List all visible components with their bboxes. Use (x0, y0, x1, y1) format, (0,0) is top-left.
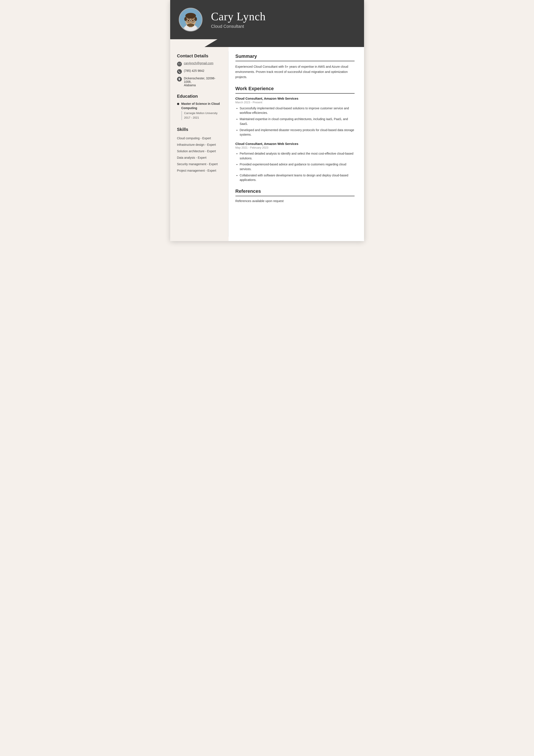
skill-item: Infrastructure design - Expert (177, 142, 222, 148)
education-item: Master of Science in Cloud Computing Car… (177, 102, 222, 120)
header-title: Cloud Consultant (211, 24, 266, 29)
contact-title: Contact Details (177, 53, 222, 58)
address-text: Dickenschester, 32098-1008, Alabama (184, 76, 222, 87)
skills-section: Skills Cloud computing - ExpertInfrastru… (177, 127, 222, 174)
contact-section: Contact Details carylynch@gmail.com (785… (177, 53, 222, 87)
location-item: Dickenschester, 32098-1008, Alabama (177, 76, 222, 87)
job-item-0: Cloud Consultant, Amazon Web ServicesMar… (236, 96, 355, 137)
references-text: References available upon request (236, 199, 355, 203)
phone-item: (785) 425 9842 (177, 69, 222, 74)
job-bullet-1-1: Provided experienced-based advice and gu… (240, 162, 355, 172)
references-section: References References available upon req… (236, 188, 355, 203)
skill-item: Security management - Expert (177, 161, 222, 167)
references-title: References (236, 188, 355, 196)
skills-title: Skills (177, 127, 222, 132)
svg-point-17 (192, 20, 193, 21)
svg-point-20 (179, 78, 180, 79)
resume-container: Cary Lynch Cloud Consultant Contact Deta… (170, 0, 364, 241)
skill-item: Solution architecture - Expert (177, 148, 222, 154)
summary-section: Summary Experienced Cloud Consultant wit… (236, 53, 355, 80)
job-bullet-0-2: Developed and implemented disaster recov… (240, 128, 355, 137)
header-info: Cary Lynch Cloud Consultant (211, 10, 266, 29)
job-title-1: Cloud Consultant, Amazon Web Services (236, 142, 355, 146)
job-bullet-0-1: Maintained expertise in cloud computing … (240, 117, 355, 126)
skills-list: Cloud computing - ExpertInfrastructure d… (177, 135, 222, 174)
location-icon (177, 77, 182, 82)
job-date-1: May 2021 - February 2023 (236, 146, 355, 149)
summary-text: Experienced Cloud Consultant with 5+ yea… (236, 64, 355, 80)
email-icon (177, 62, 182, 67)
job-bullets-0: Successfully implemented cloud-based sol… (236, 106, 355, 137)
education-title: Education (177, 94, 222, 99)
svg-point-5 (185, 13, 196, 18)
header: Cary Lynch Cloud Consultant (170, 0, 364, 39)
chevron-decoration (170, 39, 364, 47)
work-experience-section: Work Experience Cloud Consultant, Amazon… (236, 86, 355, 182)
skill-item: Data analysis - Expert (177, 154, 222, 161)
education-section: Education Master of Science in Cloud Com… (177, 94, 222, 120)
edu-degree: Master of Science in Cloud Computing (181, 102, 222, 110)
svg-point-18 (190, 22, 191, 23)
summary-title: Summary (236, 53, 355, 61)
sidebar: Contact Details carylynch@gmail.com (785… (170, 47, 228, 241)
email-text[interactable]: carylynch@gmail.com (184, 62, 214, 65)
body: Contact Details carylynch@gmail.com (785… (170, 47, 364, 241)
main-content: Summary Experienced Cloud Consultant wit… (229, 47, 364, 241)
job-title-0: Cloud Consultant, Amazon Web Services (236, 96, 355, 100)
phone-icon (177, 69, 182, 74)
job-bullet-1-2: Collaborated with software development t… (240, 173, 355, 182)
job-item-1: Cloud Consultant, Amazon Web ServicesMay… (236, 142, 355, 182)
svg-rect-19 (178, 63, 181, 65)
svg-point-16 (188, 20, 189, 21)
edu-content: Master of Science in Cloud Computing Car… (181, 102, 222, 120)
chevron-left (170, 39, 228, 47)
header-name: Cary Lynch (211, 10, 266, 23)
skill-item: Cloud computing - Expert (177, 135, 222, 142)
work-experience-title: Work Experience (236, 86, 355, 94)
phone-text: (785) 425 9842 (184, 69, 204, 72)
edu-bullet-icon (177, 103, 179, 105)
job-bullets-1: Performed detailed analysis to identify … (236, 151, 355, 182)
avatar (179, 8, 202, 32)
jobs-list: Cloud Consultant, Amazon Web ServicesMar… (236, 96, 355, 182)
job-bullet-0-0: Successfully implemented cloud-based sol… (240, 106, 355, 115)
email-item: carylynch@gmail.com (177, 62, 222, 67)
job-date-0: March 2023 - Present (236, 101, 355, 104)
edu-details: Carnegie Mellon University 2017 - 2021 (181, 111, 222, 120)
job-bullet-1-0: Performed detailed analysis to identify … (240, 151, 355, 161)
skill-item: Project management - Expert (177, 167, 222, 174)
svg-point-8 (187, 23, 194, 27)
